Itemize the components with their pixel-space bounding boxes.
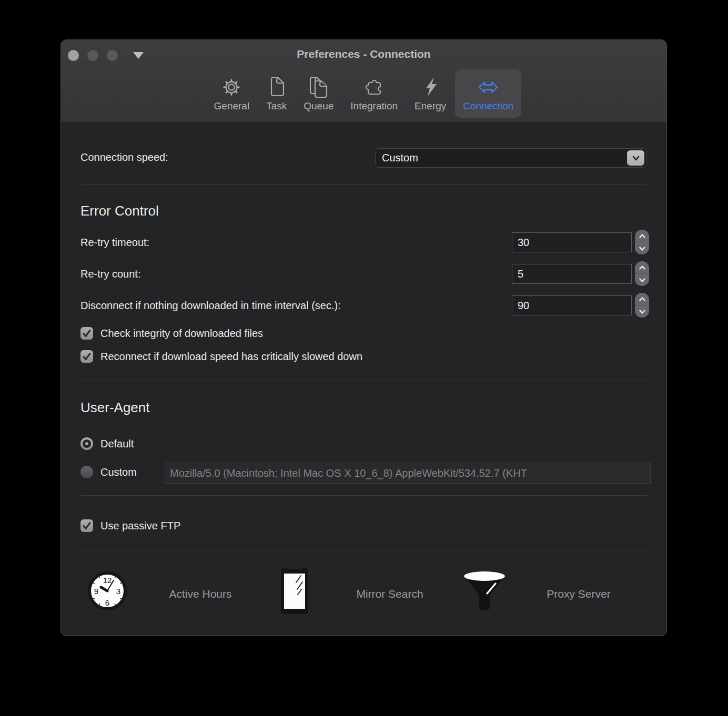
retry-count-stepper[interactable] (635, 261, 649, 286)
divider (80, 185, 648, 185)
check-integrity-checkbox-row[interactable]: Check integrity of downloaded files (80, 327, 263, 340)
stepper-up-icon[interactable] (635, 261, 649, 274)
clock-icon[interactable]: 12369 (87, 571, 127, 613)
disconnect-interval-field[interactable]: 90 (512, 295, 632, 315)
popup-chevron-button[interactable] (627, 150, 644, 166)
tab-label: Queue (304, 100, 333, 112)
checkbox-checked-icon[interactable] (80, 350, 93, 363)
retry-count-field[interactable]: 5 (512, 264, 632, 284)
retry-timeout-label: Re-try timeout: (80, 237, 149, 249)
ua-custom-label: Custom (100, 466, 137, 478)
double-arrow-icon (477, 75, 500, 98)
reconnect-slowdown-label: Reconnect if download speed has critical… (100, 351, 362, 363)
stepper-up-icon[interactable] (635, 293, 649, 305)
connection-speed-label: Connection speed: (80, 151, 168, 163)
mirror-icon[interactable] (281, 568, 308, 618)
checkbox-checked-icon[interactable] (80, 327, 93, 340)
active-hours-button[interactable]: Active Hours (169, 588, 231, 600)
radio-selected-icon[interactable] (80, 437, 93, 450)
stepper-down-icon[interactable] (635, 274, 649, 286)
ua-default-radio-row[interactable]: Default (80, 437, 134, 450)
ua-custom-radio-row[interactable]: Custom (80, 466, 137, 478)
tab-energy[interactable]: Energy (407, 69, 454, 118)
disconnect-interval-label: Disconnect if nothing downloaded in time… (80, 300, 341, 312)
divider (80, 381, 648, 381)
tab-label: General (214, 100, 250, 112)
tab-label: Connection (463, 100, 513, 112)
passive-ftp-checkbox-row[interactable]: Use passive FTP (80, 519, 180, 532)
lightning-icon (421, 75, 439, 98)
stepper-up-icon[interactable] (635, 230, 649, 242)
tab-task[interactable]: Task (258, 69, 295, 118)
retry-count-label: Re-try count: (80, 268, 140, 280)
error-control-heading: Error Control (80, 203, 159, 219)
svg-text:9: 9 (94, 587, 98, 596)
retry-timeout-stepper[interactable] (635, 230, 649, 254)
document-icon (268, 75, 286, 98)
chevron-down-icon (631, 155, 641, 161)
tab-label: Task (266, 100, 287, 112)
retry-timeout-field[interactable]: 30 (512, 232, 632, 252)
documents-icon (308, 75, 330, 98)
check-integrity-label: Check integrity of downloaded files (100, 328, 263, 340)
tab-general[interactable]: General (206, 69, 258, 118)
stepper-down-icon[interactable] (635, 242, 649, 254)
svg-text:6: 6 (105, 598, 109, 607)
preferences-window: Preferences - Connection General (60, 39, 667, 636)
proxy-server-button[interactable]: Proxy Server (547, 588, 610, 600)
window-title: Preferences - Connection (61, 48, 666, 60)
gear-icon (221, 75, 241, 98)
toolbar-tabs: General Task (61, 69, 666, 118)
tab-queue[interactable]: Queue (296, 69, 341, 118)
user-agent-heading: User-Agent (80, 400, 150, 416)
tab-label: Energy (414, 100, 446, 112)
radio-unselected-icon[interactable] (80, 466, 93, 478)
reconnect-slowdown-checkbox-row[interactable]: Reconnect if download speed has critical… (80, 350, 362, 363)
divider (80, 495, 648, 496)
ua-default-label: Default (100, 438, 134, 450)
disconnect-interval-stepper[interactable] (635, 293, 649, 318)
puzzle-icon (363, 75, 385, 98)
tab-label: Integration (350, 100, 398, 112)
connection-speed-value: Custom (376, 149, 646, 167)
svg-text:3: 3 (116, 587, 120, 596)
funnel-icon[interactable] (462, 570, 507, 614)
passive-ftp-label: Use passive FTP (100, 520, 180, 532)
toolbar: Preferences - Connection General (61, 40, 666, 123)
tab-integration[interactable]: Integration (342, 69, 406, 118)
divider (80, 550, 648, 550)
tab-connection[interactable]: Connection (455, 69, 521, 118)
connection-speed-popup[interactable]: Custom (375, 148, 646, 168)
checkbox-checked-icon[interactable] (80, 519, 93, 532)
ua-custom-input[interactable]: Mozilla/5.0 (Macintosh; Intel Mac OS X 1… (165, 463, 651, 484)
svg-text:12: 12 (103, 576, 112, 585)
stepper-down-icon[interactable] (635, 305, 649, 318)
mirror-search-button[interactable]: Mirror Search (356, 588, 423, 600)
